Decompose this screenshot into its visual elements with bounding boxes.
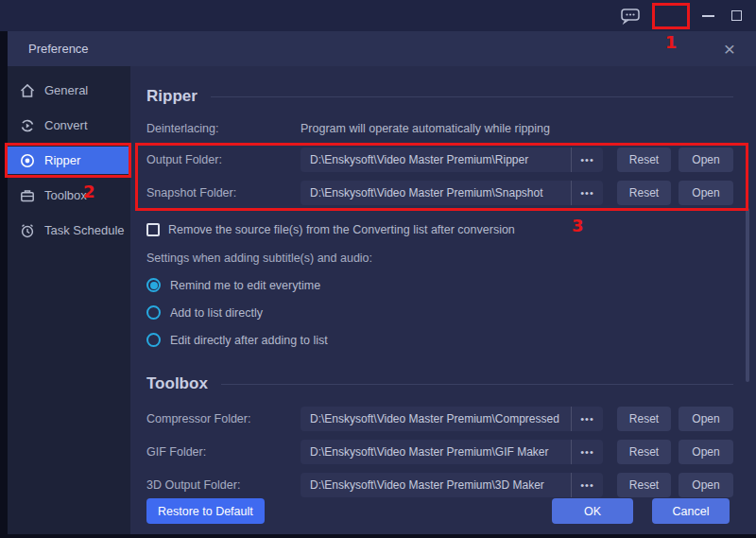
annotation-number-2: 2 [83,183,95,200]
minimize-icon[interactable] [694,6,722,26]
dialog-header: Preference × [8,31,756,66]
sidebar-item-label: Task Schedule [44,223,125,237]
sidebar: General Convert Ripper 2 [8,66,130,534]
remove-source-label: Remove the source file(s) from the Conve… [168,223,515,236]
restore-default-button[interactable]: Restore to Default [146,498,265,524]
deinterlacing-value: Program will operate automatically while… [301,122,550,135]
ok-button[interactable]: OK [552,498,633,524]
radio-button-selected[interactable] [146,278,161,292]
feedback-icon[interactable] [618,6,643,26]
sidebar-item-label: Convert [44,118,88,132]
subtitle-settings-label: Settings when adding subtitle(s) and aud… [146,252,733,265]
compressor-folder-browse-button[interactable]: ••• [571,407,603,431]
dialog-title: Preference [28,42,89,56]
compressor-folder-label: Compressor Folder: [146,412,301,425]
sidebar-item-task-schedule[interactable]: Task Schedule [8,217,130,244]
compressor-folder-input[interactable] [301,407,571,431]
gif-folder-browse-button[interactable]: ••• [571,440,603,464]
annotation-box-1: 1 [652,3,690,29]
convert-arrows-icon [20,118,35,133]
output-folder-path-group: ••• [301,148,603,172]
annotation-number-1: 1 [665,34,678,51]
section-heading-ripper: Ripper [146,87,733,106]
compressor-folder-path-group: ••• [301,407,603,431]
sidebar-item-label: Toolbox [44,188,87,202]
radio-label: Add to list directly [170,306,263,320]
cancel-button[interactable]: Cancel [652,498,730,524]
output-folder-open-button[interactable]: Open [679,148,733,172]
sidebar-item-general[interactable]: General [8,77,130,104]
gif-folder-reset-button[interactable]: Reset [617,440,671,464]
output-folder-input[interactable] [301,148,571,172]
deinterlacing-label: Deinterlacing: [146,122,301,135]
heading-divider [221,384,733,385]
sidebar-item-toolbox[interactable]: Toolbox [8,182,130,209]
annotation-number-3: 3 [572,217,584,234]
3d-output-folder-open-button[interactable]: Open [679,473,733,497]
snapshot-folder-browse-button[interactable]: ••• [571,181,603,205]
3d-output-folder-browse-button[interactable]: ••• [571,473,603,497]
3d-output-folder-label: 3D Output Folder: [146,478,301,492]
compressor-folder-reset-button[interactable]: Reset [617,407,671,431]
output-folder-row: Output Folder: ••• Reset Open [146,148,733,172]
section-heading-toolbox: Toolbox [146,374,733,393]
close-icon[interactable]: × [724,39,735,59]
output-folder-label: Output Folder: [146,153,301,166]
section-title: Toolbox [146,374,208,393]
sidebar-item-ripper[interactable]: Ripper 2 [8,147,130,174]
snapshot-folder-open-button[interactable]: Open [679,181,733,205]
maximize-icon[interactable] [722,6,750,26]
3d-output-folder-path-group: ••• [301,473,603,497]
scrollbar-thumb[interactable] [746,208,749,382]
briefcase-icon [20,188,35,203]
3d-output-folder-reset-button[interactable]: Reset [617,473,671,497]
output-folder-browse-button[interactable]: ••• [571,148,603,172]
snapshot-folder-path-group: ••• [301,181,603,205]
menu-hamburger-icon[interactable] [662,9,679,23]
3d-output-folder-row: 3D Output Folder: ••• Reset Open [146,473,733,497]
compressor-folder-open-button[interactable]: Open [679,407,733,431]
gif-folder-row: GIF Folder: ••• Reset Open [146,440,733,464]
alarm-clock-icon [20,223,35,238]
radio-button[interactable] [146,305,161,320]
toolbox-folder-rows: Compressor Folder: ••• Reset Open GIF Fo… [146,407,733,497]
radio-label: Remind me to edit everytime [170,279,320,292]
radio-remind-everytime[interactable]: Remind me to edit everytime [146,278,733,292]
home-icon [20,83,35,98]
app-titlebar: 1 [0,0,756,31]
snapshot-folder-row: Snapshot Folder: ••• Reset Open [146,181,733,205]
gif-folder-path-group: ••• [301,440,603,464]
preference-dialog: Preference × General Convert [8,31,756,534]
deinterlacing-row: Deinterlacing: Program will operate auto… [146,122,733,135]
sidebar-item-convert[interactable]: Convert [8,112,130,139]
radio-button[interactable] [146,333,161,347]
gif-folder-open-button[interactable]: Open [679,440,733,464]
dialog-footer: Restore to Default OK Cancel [146,498,730,524]
remove-source-checkbox-row[interactable]: Remove the source file(s) from the Conve… [146,223,733,236]
ripper-folder-rows: 3 Output Folder: ••• Reset Open Snapshot… [146,148,733,205]
radio-label: Edit directly after adding to list [170,334,328,347]
gif-folder-label: GIF Folder: [146,445,301,459]
3d-output-folder-input[interactable] [301,473,571,497]
remove-source-checkbox[interactable] [146,223,160,236]
compressor-folder-row: Compressor Folder: ••• Reset Open [146,407,733,431]
snapshot-folder-label: Snapshot Folder: [146,186,301,200]
main-panel: Ripper Deinterlacing: Program will opera… [130,66,756,534]
radio-edit-after-adding[interactable]: Edit directly after adding to list [146,333,733,347]
sidebar-item-label: Ripper [44,153,80,167]
snapshot-folder-input[interactable] [301,181,571,205]
section-title: Ripper [146,87,198,106]
disc-icon [20,153,35,168]
sidebar-item-label: General [44,83,88,97]
heading-divider [211,96,733,97]
gif-folder-input[interactable] [301,440,571,464]
output-folder-reset-button[interactable]: Reset [617,148,671,172]
snapshot-folder-reset-button[interactable]: Reset [617,181,671,205]
radio-add-directly[interactable]: Add to list directly [146,305,733,320]
